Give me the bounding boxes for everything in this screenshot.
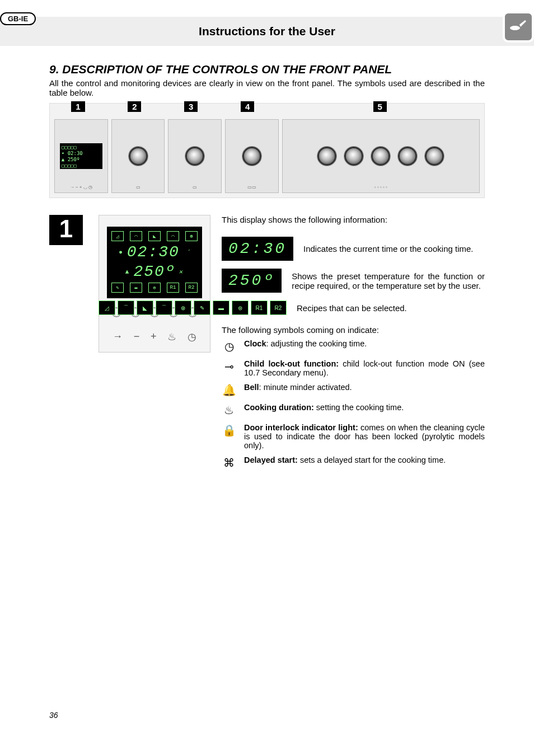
recipe-chip-icon: ⌒ — [156, 300, 172, 315]
lcd-recipe-icon: ◣ — [148, 231, 161, 241]
recipe-chip-icon: ◣ — [137, 300, 153, 315]
manual-icon — [503, 11, 534, 43]
header-bar: GB-IE Instructions for the User — [0, 17, 534, 46]
recipe-chip-icon: ⊛ — [175, 300, 191, 315]
symbol-desc: Delayed start: sets a delayed start for … — [244, 456, 446, 464]
clock-icon: ◷ — [222, 339, 236, 354]
knob-icon — [185, 147, 204, 166]
cross-icon: ✕ — [179, 268, 184, 275]
lcd-recipe-icon: ⌒ — [167, 231, 179, 241]
recipe-chip-icon: ⊜ — [232, 300, 249, 315]
lcd-recipe-icon: ⊛ — [185, 231, 198, 241]
panel-label-5: 5 — [373, 101, 387, 112]
page-title: Instructions for the User — [11, 25, 523, 38]
recipe-chip-icon: ✎ — [194, 300, 210, 315]
recipe-chip-r2: R2 — [270, 300, 287, 315]
time-desc: Indicates the current time or the cookin… — [303, 244, 473, 253]
symbol-desc: Door interlock indicator light: comes on… — [244, 423, 485, 450]
key-icon: ⊸ — [222, 359, 236, 374]
section-heading: DESCRIPTION OF THE CONTROLS ON THE FRONT… — [62, 63, 392, 76]
symbol-desc: Clock: adjusting the cooking time. — [244, 339, 367, 348]
knob-icon — [242, 147, 261, 166]
clock-icon: ◷ — [188, 331, 196, 343]
panel-label-3: 3 — [184, 101, 198, 112]
minus-icon: − — [134, 331, 140, 343]
recipes-desc: Recipes that can be selected. — [297, 303, 407, 313]
page-number: 36 — [0, 711, 534, 736]
lcd-recipe-r1: R1 — [167, 283, 179, 293]
lcd-recipe-icon: ▬ — [130, 283, 142, 293]
section-indicator-1: 1 — [49, 215, 83, 245]
lcd-recipe-icon: ◿ — [111, 231, 124, 241]
arrow-right-icon: → — [113, 331, 123, 343]
knob-icon — [129, 147, 148, 166]
recipe-chip-icon: ▬ — [213, 300, 229, 315]
lcd-time-value: 02:30 — [127, 243, 180, 261]
clock-dot-icon: ● — [119, 249, 124, 256]
display-info-block: 1 ◿ ⌒ ◣ ⌒ ⊛ ● 02:30 ゛ ▲ 250º — [49, 215, 485, 476]
knob-icon — [344, 147, 363, 166]
front-panel-diagram: 1 2 3 4 5 ▢▢▢▢▢ • 02:30 ▲ 250º ▢▢▢▢▢ → −… — [49, 103, 485, 198]
lcd-recipe-icon: ⌒ — [130, 231, 142, 241]
panel-label-4: 4 — [241, 101, 254, 112]
panel-label-1: 1 — [71, 101, 85, 112]
pot-cross-icon: ⌘ — [222, 456, 236, 470]
plus-icon: + — [151, 331, 157, 343]
recipe-chip-r1: R1 — [251, 300, 268, 315]
bell-icon: 🔔 — [222, 383, 236, 397]
content: 9. DESCRIPTION OF THE CONTROLS ON THE FR… — [0, 63, 534, 498]
steam-icon: ゛ — [183, 248, 190, 256]
knob-icon — [371, 147, 390, 166]
section-intro: All the control and monitoring devices a… — [49, 78, 485, 97]
display-lead-text: This display shows the following informa… — [222, 215, 485, 224]
knob-icon — [398, 147, 417, 166]
pot-icon: ♨ — [167, 331, 176, 343]
lock-icon: 🔒 — [222, 423, 236, 438]
lcd-recipe-r2: R2 — [185, 283, 198, 293]
recipe-chip-icon: ◿ — [99, 300, 115, 315]
symbol-desc: Cooking duration: setting the cooking ti… — [244, 403, 404, 412]
symbol-desc: Child lock-out function: child lock-out … — [244, 359, 485, 377]
temp-desc: Shows the preset temperature for the fun… — [292, 271, 485, 290]
panel-label-2: 2 — [128, 101, 141, 112]
mini-lcd: ▢▢▢▢▢ • 02:30 ▲ 250º ▢▢▢▢▢ — [60, 143, 102, 169]
knob-icon — [425, 147, 444, 166]
panel-labels: 1 2 3 4 5 — [50, 101, 484, 112]
svg-point-0 — [510, 26, 520, 30]
pot-steam-icon: ♨ — [222, 403, 236, 417]
recipe-strip: ◿ ⌒ ◣ ⌒ ⊛ ✎ ▬ ⊜ R1 R2 — [99, 300, 287, 315]
section-title: 9. DESCRIPTION OF THE CONTROLS ON THE FR… — [49, 63, 485, 76]
recipe-chip-icon: ⌒ — [118, 300, 134, 315]
knob-icon — [317, 147, 336, 166]
lcd-temp-value: 250º — [133, 263, 175, 280]
locale-badge: GB-IE — [0, 12, 36, 25]
lcd-recipe-icon: ⊜ — [148, 283, 161, 293]
symbol-desc: Bell: minute minder activated. — [244, 383, 352, 392]
section-number: 9. — [49, 63, 59, 76]
display-illustration: ◿ ⌒ ◣ ⌒ ⊛ ● 02:30 ゛ ▲ 250º ✕ ✎ — [99, 215, 210, 353]
lcd-recipe-icon: ✎ — [111, 283, 124, 293]
temp-example: 250º — [222, 269, 282, 293]
symbols-heading: The following symbols coming on indicate… — [222, 325, 485, 335]
time-example: 02:30 — [222, 237, 293, 261]
bell-icon: ▲ — [125, 269, 130, 275]
